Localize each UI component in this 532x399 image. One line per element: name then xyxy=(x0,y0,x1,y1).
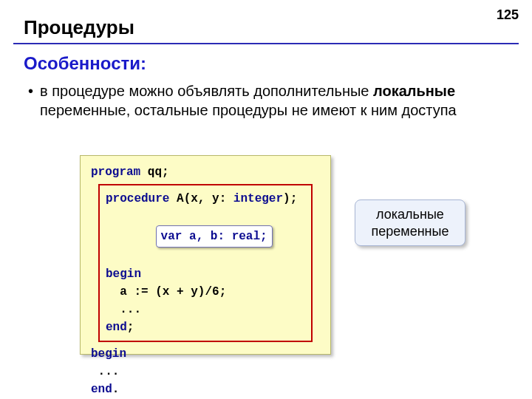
callout-line-1: локальные xyxy=(363,206,457,223)
code-text: a := (x + y)/6; xyxy=(106,285,226,299)
code-text: qq; xyxy=(140,166,168,179)
kw-begin: begin xyxy=(91,347,126,361)
code-line: program qq; xyxy=(91,163,320,181)
code-line: ... xyxy=(106,301,307,318)
kw-procedure: procedure xyxy=(106,192,169,205)
code-text: ; xyxy=(127,321,134,334)
code-line: procedure A(x, y: integer); xyxy=(106,190,307,208)
kw-program: program xyxy=(91,166,140,179)
code-block: program qq; procedure A(x, y: integer); … xyxy=(80,155,331,355)
kw-var: var xyxy=(161,230,183,243)
code-line: end; xyxy=(106,318,307,336)
code-text: ); xyxy=(283,192,297,205)
kw-integer: integer xyxy=(233,192,283,205)
bullet-dot-icon: • xyxy=(28,81,33,100)
bullet-text-after: переменные, остальные процедуры не имеют… xyxy=(40,102,457,118)
kw-end: end xyxy=(106,321,127,334)
title-underline xyxy=(13,43,519,44)
code-line: ... xyxy=(91,363,320,381)
page-number: 125 xyxy=(497,7,519,23)
subtitle: Особенности: xyxy=(24,53,146,74)
procedure-box: procedure A(x, y: integer); var a, b: re… xyxy=(98,184,313,342)
code-line: end. xyxy=(91,381,320,398)
code-text: ... xyxy=(106,303,141,316)
callout-local-vars: локальные переменные xyxy=(355,200,466,246)
kw-end: end xyxy=(91,383,112,396)
code-text: . xyxy=(112,383,120,396)
code-text: a, b: real; xyxy=(182,230,267,243)
code-line: begin xyxy=(91,345,320,363)
code-line: begin xyxy=(106,265,307,283)
bullet-item: • в процедуре можно объявлять дополнител… xyxy=(40,81,510,120)
code-text: ... xyxy=(91,365,119,378)
code-line: a := (x + y)/6; xyxy=(106,283,307,301)
slide-title: Процедуры xyxy=(24,16,134,39)
bullet-text-strong: локальные xyxy=(373,83,455,99)
code-line: var a, b: real; xyxy=(106,208,307,265)
code-text: A(x, y: xyxy=(169,192,233,205)
callout-line-2: переменные xyxy=(363,223,457,240)
kw-begin: begin xyxy=(106,267,141,281)
var-declaration-box: var a, b: real; xyxy=(156,225,273,248)
bullet-text-before: в процедуре можно объявлять дополнительн… xyxy=(40,83,373,99)
